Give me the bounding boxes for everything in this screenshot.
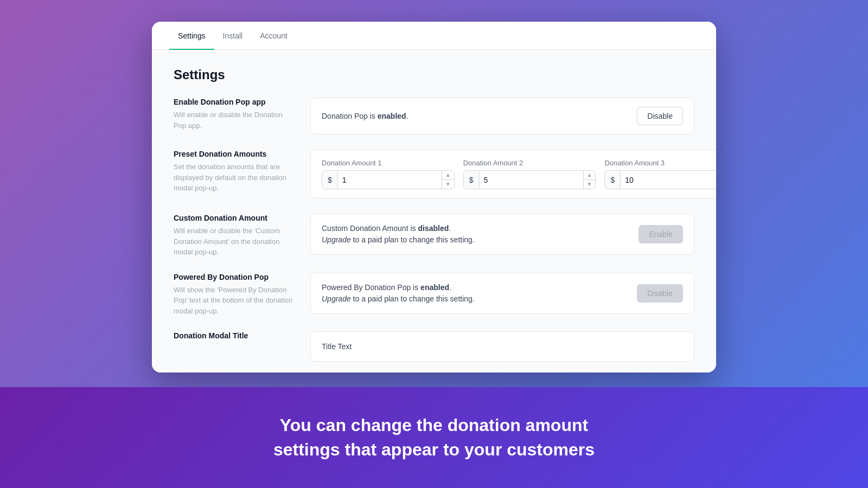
- setting-control-custom: Custom Donation Amount is disabled. Upgr…: [310, 214, 694, 255]
- amount-field-1: Donation Amount 1 $ ▲ ▼: [322, 159, 455, 189]
- setting-label-powered-by: Powered By Donation Pop Will show the 'P…: [174, 273, 293, 317]
- setting-label-custom: Custom Donation Amount Will enable or di…: [174, 214, 293, 258]
- tab-settings[interactable]: Settings: [169, 22, 214, 50]
- amount-input-3[interactable]: [621, 171, 716, 189]
- setting-row-modal-title: Donation Modal Title Title Text: [174, 331, 694, 362]
- setting-desc-preset: Set the donation amounts that are displa…: [174, 162, 293, 194]
- amount-prefix-2: $: [464, 171, 480, 189]
- amount-1-up[interactable]: ▲: [442, 171, 454, 179]
- setting-title-enable: Enable Donation Pop app: [174, 98, 293, 106]
- app-window: Settings Install Account Settings Enable…: [152, 22, 716, 373]
- amount-input-wrapper-2: $ ▲ ▼: [463, 170, 596, 189]
- amount-field-2: Donation Amount 2 $ ▲ ▼: [463, 159, 596, 189]
- setting-title-preset: Preset Donation Amounts: [174, 150, 293, 158]
- setting-label-preset: Preset Donation Amounts Set the donation…: [174, 150, 293, 194]
- setting-title-powered-by: Powered By Donation Pop: [174, 273, 293, 281]
- enable-custom-amount-button[interactable]: Enable: [639, 225, 683, 243]
- setting-control-modal-title: Title Text: [310, 331, 694, 362]
- setting-desc-custom: Will enable or disable the 'Custom Donat…: [174, 226, 293, 258]
- custom-status-text: Custom Donation Amount is disabled. Upgr…: [322, 223, 475, 246]
- amount-spinners-1: ▲ ▼: [442, 171, 454, 189]
- setting-row-powered-by: Powered By Donation Pop Will show the 'P…: [174, 273, 694, 317]
- setting-row-enable: Enable Donation Pop app Will enable or d…: [174, 98, 694, 134]
- donation-amounts-control: Donation Amount 1 $ ▲ ▼ Donatio: [310, 150, 716, 198]
- amount-prefix-1: $: [322, 171, 338, 189]
- amount-input-wrapper-1: $ ▲ ▼: [322, 170, 455, 189]
- setting-label-enable: Enable Donation Pop app Will enable or d…: [174, 98, 293, 131]
- amount-input-2[interactable]: [480, 171, 583, 189]
- setting-desc-powered-by: Will show the 'Powered By Donation Pop' …: [174, 285, 293, 317]
- modal-title-placeholder: Title Text: [322, 341, 352, 352]
- main-content: Settings Enable Donation Pop app Will en…: [152, 50, 716, 373]
- caption-text: You can change the donation amountsettin…: [17, 413, 851, 462]
- tab-install[interactable]: Install: [214, 22, 252, 50]
- setting-control-powered-by: Powered By Donation Pop is enabled. Upgr…: [310, 273, 694, 314]
- amount-1-down[interactable]: ▼: [442, 180, 454, 189]
- amount-label-2: Donation Amount 2: [463, 159, 596, 167]
- amount-2-up[interactable]: ▲: [584, 171, 596, 179]
- amount-spinners-2: ▲ ▼: [583, 171, 596, 189]
- tab-account[interactable]: Account: [251, 22, 296, 50]
- setting-row-preset: Preset Donation Amounts Set the donation…: [174, 150, 694, 198]
- setting-desc-enable: Will enable or disable the Donation Pop …: [174, 110, 293, 131]
- amount-label-1: Donation Amount 1: [322, 159, 455, 167]
- amount-fields: Donation Amount 1 $ ▲ ▼ Donatio: [322, 159, 716, 189]
- amount-label-3: Donation Amount 3: [604, 159, 716, 167]
- setting-row-custom: Custom Donation Amount Will enable or di…: [174, 214, 694, 258]
- setting-title-modal: Donation Modal Title: [174, 331, 293, 340]
- enable-status-text: Donation Pop is enabled.: [322, 111, 409, 122]
- caption-bar: You can change the donation amountsettin…: [0, 387, 868, 488]
- amount-field-3: Donation Amount 3 $ ▲ ▼: [604, 159, 716, 189]
- amount-2-down[interactable]: ▼: [584, 180, 596, 189]
- amount-prefix-3: $: [605, 171, 621, 189]
- nav-bar: Settings Install Account: [152, 22, 716, 50]
- page-title: Settings: [174, 67, 694, 82]
- powered-by-status-text: Powered By Donation Pop is enabled. Upgr…: [322, 282, 475, 305]
- disable-donation-pop-button[interactable]: Disable: [637, 107, 683, 125]
- amount-input-wrapper-3: $ ▲ ▼: [604, 170, 716, 189]
- setting-label-modal-title: Donation Modal Title: [174, 331, 293, 343]
- setting-control-enable: Donation Pop is enabled. Disable: [310, 98, 694, 134]
- amount-input-1[interactable]: [338, 171, 442, 189]
- disable-powered-by-button[interactable]: Disable: [637, 284, 683, 303]
- setting-title-custom: Custom Donation Amount: [174, 214, 293, 222]
